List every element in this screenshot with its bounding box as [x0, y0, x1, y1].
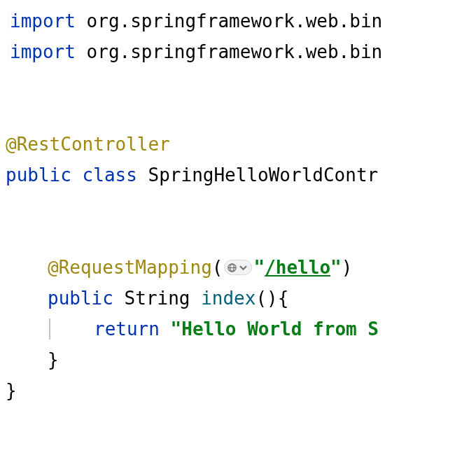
string-quote: " — [253, 252, 265, 283]
code-line-requestmapping[interactable]: @RequestMapping( "/hello") — [0, 252, 476, 283]
method-sig-end: (){ — [255, 283, 288, 314]
url-path-string[interactable]: /hello — [265, 252, 330, 283]
code-line-import2[interactable]: import org.springframework.web.bin — [0, 36, 476, 67]
code-line-brace-close-class[interactable]: } — [0, 375, 476, 406]
chevron-down-icon — [238, 262, 248, 273]
annotation-restcontroller: @RestController — [6, 129, 170, 160]
code-line-blank[interactable] — [0, 190, 476, 221]
code-line-blank[interactable] — [0, 221, 476, 252]
string-quote: " — [330, 252, 342, 283]
keyword-class: class — [83, 160, 137, 190]
return-string: "Hello World from S — [160, 314, 379, 344]
brace-close: } — [6, 375, 17, 406]
code-line-blank[interactable] — [0, 98, 476, 129]
paren-open: ( — [212, 252, 223, 283]
code-line-blank[interactable] — [0, 67, 476, 98]
gutter-marker-icon — [0, 13, 8, 29]
keyword-public: public — [6, 160, 71, 190]
gutter-marker-icon — [0, 44, 8, 59]
code-line-return[interactable]: return "Hello World from S — [0, 314, 476, 344]
method-name: index — [201, 283, 255, 314]
caret-indicator — [49, 318, 50, 340]
package-path: org.springframework.web.bin — [76, 36, 382, 67]
return-type: String — [113, 283, 201, 314]
class-name-text: SpringHelloWorldContr — [137, 160, 378, 190]
package-path: org.springframework.web.bin — [76, 6, 382, 36]
keyword-import: import — [10, 6, 76, 36]
code-line-method-decl[interactable]: public String index(){ — [0, 283, 476, 314]
brace-close: } — [48, 344, 59, 375]
code-line-restcontroller[interactable]: @RestController — [0, 129, 476, 160]
globe-icon — [227, 262, 237, 273]
annotation-requestmapping: @RequestMapping — [48, 252, 212, 283]
keyword-public: public — [48, 283, 113, 314]
code-line-class-decl[interactable]: public class SpringHelloWorldContr — [0, 160, 476, 190]
paren-close: ) — [342, 252, 353, 283]
keyword-import: import — [10, 36, 76, 67]
code-line-import1[interactable]: import org.springframework.web.bin — [0, 6, 476, 36]
keyword-return: return — [94, 314, 160, 344]
url-mapping-widget[interactable] — [224, 260, 252, 275]
code-line-brace-close-method[interactable]: } — [0, 344, 476, 375]
